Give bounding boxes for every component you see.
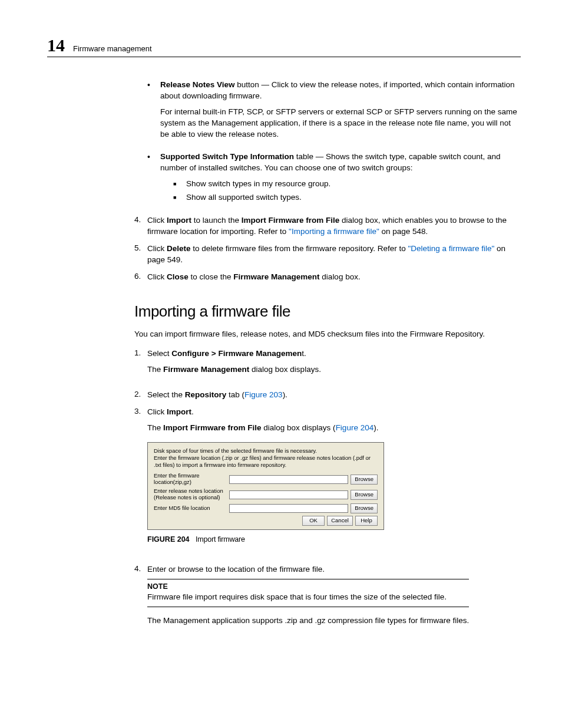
t: The xyxy=(147,365,163,374)
t: . xyxy=(191,407,194,416)
t: Import Firmware from File xyxy=(163,423,262,432)
section-heading: Importing a firmware file xyxy=(134,302,521,321)
figure-caption: FIGURE 204 Import firmware xyxy=(147,535,384,545)
cancel-button[interactable]: Cancel xyxy=(327,516,353,526)
step-1-select-configure: 1. Select Configure > Firmware Managemen… xyxy=(134,348,521,384)
t: (Release notes is optional) xyxy=(154,495,229,501)
md5-location-input[interactable] xyxy=(229,504,348,513)
square-icon: ■ xyxy=(173,179,186,190)
page-header: 14 Firmware management xyxy=(47,35,521,57)
t: dialog box. xyxy=(320,272,361,281)
section-intro: You can import firmware files, release n… xyxy=(134,329,521,340)
firmware-location-input[interactable] xyxy=(229,475,348,484)
square-icon: ■ xyxy=(173,192,186,203)
bullet-icon: • xyxy=(147,151,160,209)
step-2-repository-tab: 2. Select the Repository tab (Figure 203… xyxy=(134,390,521,401)
t: Select the xyxy=(147,390,185,399)
md5-location-label: Enter MD5 file location xyxy=(154,505,229,512)
release-notes-input[interactable] xyxy=(229,490,348,499)
step-number: 4. xyxy=(134,564,147,627)
chapter-number: 14 xyxy=(47,35,65,55)
step-4-enter-browse: 4. Enter or browse to the location of th… xyxy=(134,564,521,627)
t: to close the xyxy=(189,272,234,281)
step-5-delete: 5. Click Delete to delete firmware files… xyxy=(134,243,521,266)
t: Delete xyxy=(167,244,191,253)
sub-bullet-a: Show switch types in my resource group. xyxy=(186,179,330,190)
t: Close xyxy=(167,272,189,281)
t: on page 548. xyxy=(379,227,428,236)
t: Repository xyxy=(185,390,227,399)
bullet-lead-bold: Release Notes View xyxy=(160,80,235,89)
t: Click xyxy=(147,244,167,253)
note-title: NOTE xyxy=(147,582,469,592)
trailing-para: The Management application supports .zip… xyxy=(147,615,469,627)
step-number: 2. xyxy=(134,390,147,401)
help-button[interactable]: Help xyxy=(355,516,378,526)
ok-button[interactable]: OK xyxy=(302,516,325,526)
figure-number: FIGURE 204 xyxy=(147,535,190,543)
dialog-intro-line1: Disk space of four times of the selected… xyxy=(154,447,378,454)
t: t. xyxy=(302,349,306,358)
t: Firmware Management xyxy=(233,272,319,281)
step-number: 3. xyxy=(134,407,147,558)
note-body: Firmware file import requires disk space… xyxy=(147,592,469,603)
t: to launch the xyxy=(191,216,242,225)
t: dialog box displays. xyxy=(249,365,321,374)
step-number: 4. xyxy=(134,215,147,238)
figure-title: Import firmware xyxy=(196,535,245,543)
sub-bullet-b: Show all supported switch types. xyxy=(186,192,302,203)
firmware-location-label: Enter the firmware location(zip,gz) xyxy=(154,473,229,486)
step-number: 6. xyxy=(134,272,147,283)
browse-button[interactable]: Browse xyxy=(351,475,378,485)
t: Configure > Firmware Managemen xyxy=(171,349,302,358)
bullet-para2: For internal built-in FTP, SCP, or SFTP … xyxy=(160,107,521,140)
t: Firmware Management xyxy=(163,365,249,374)
t: Import xyxy=(167,407,191,416)
link-importing-firmware[interactable]: "Importing a firmware file" xyxy=(289,227,379,236)
t: Click xyxy=(147,272,167,281)
t: Enter or browse to the location of the f… xyxy=(147,565,325,574)
t: Click xyxy=(147,407,167,416)
t: Import Firmware from File xyxy=(242,216,340,225)
link-figure-203[interactable]: Figure 203 xyxy=(244,390,283,399)
bullet-icon: • xyxy=(147,80,160,146)
t: Select xyxy=(147,349,171,358)
step-number: 1. xyxy=(134,348,147,384)
t: ). xyxy=(283,390,287,399)
link-deleting-firmware[interactable]: "Deleting a firmware file" xyxy=(408,244,494,253)
import-firmware-dialog: Disk space of four times of the selected… xyxy=(147,442,384,530)
t: Click xyxy=(147,216,167,225)
step-3-click-import: 3. Click Import. The Import Firmware fro… xyxy=(134,407,521,558)
step-number: 5. xyxy=(134,243,147,266)
note-box: NOTE Firmware file import requires disk … xyxy=(147,579,469,607)
chapter-title: Firmware management xyxy=(73,44,152,53)
dialog-intro-line2: Enter the firmware location (.zip or .gz… xyxy=(154,454,378,469)
t: to delete firmware files from the firmwa… xyxy=(191,244,408,253)
release-notes-label: Enter release notes location (Release no… xyxy=(154,488,229,501)
t: dialog box displays ( xyxy=(262,423,336,432)
t: tab ( xyxy=(226,390,244,399)
bullet-release-notes: • Release Notes View button — Click to v… xyxy=(147,80,521,146)
t: The xyxy=(147,423,163,432)
link-figure-204[interactable]: Figure 204 xyxy=(336,423,374,432)
t: Import xyxy=(167,216,191,225)
step-6-close: 6. Click Close to close the Firmware Man… xyxy=(134,272,521,283)
t: ). xyxy=(373,423,378,432)
step-4-import: 4. Click Import to launch the Import Fir… xyxy=(134,215,521,238)
bullet-lead-bold: Supported Switch Type Information xyxy=(160,152,294,161)
browse-button[interactable]: Browse xyxy=(351,503,378,513)
browse-button[interactable]: Browse xyxy=(351,490,378,500)
bullet-supported-switch: • Supported Switch Type Information tabl… xyxy=(147,151,521,209)
